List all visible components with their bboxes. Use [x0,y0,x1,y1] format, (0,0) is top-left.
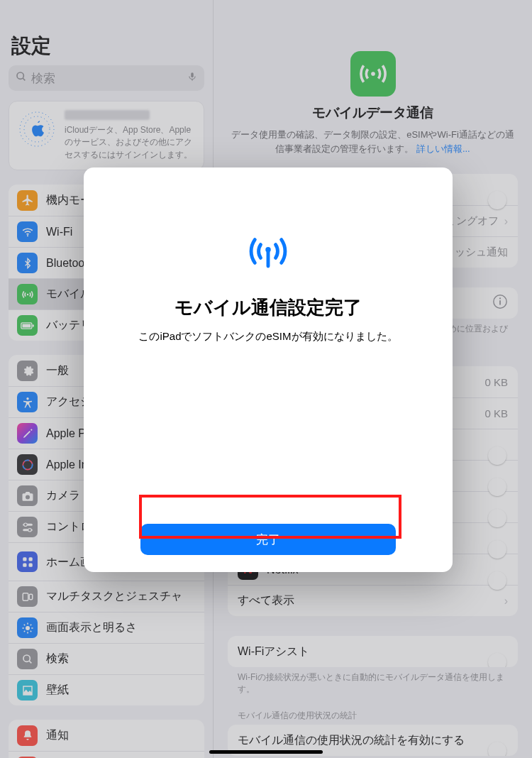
home-indicator[interactable] [209,750,323,754]
done-button[interactable]: 完了 [140,524,396,555]
esim-complete-modal: モバイル通信設定完了 このiPadでソフトバンクのeSIMが有効になりました。 … [84,167,453,572]
antenna-icon [248,231,288,274]
modal-title: モバイル通信設定完了 [174,295,362,320]
modal-body: このiPadでソフトバンクのeSIMが有効になりました。 [138,330,397,344]
